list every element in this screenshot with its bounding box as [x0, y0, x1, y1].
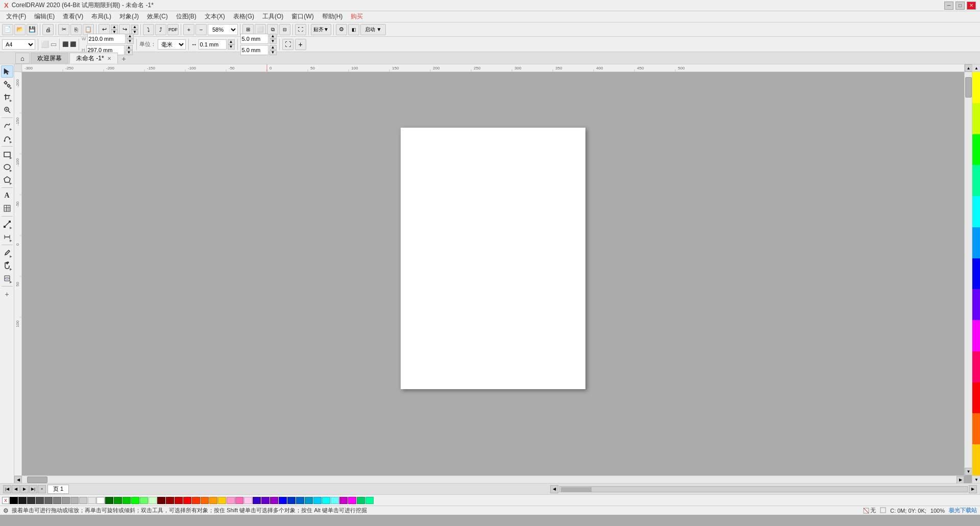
palette-color-gold[interactable] [972, 444, 980, 475]
swatch-magenta[interactable] [348, 497, 356, 504]
swatch-gray5[interactable] [79, 497, 87, 504]
canvas-area[interactable]: -300 -250 -200 -150 -100 -50 0 50 [14, 64, 972, 483]
page-hscroll[interactable] [559, 486, 968, 492]
nudge-up[interactable]: ▲ [228, 39, 235, 44]
node-tool[interactable]: ▶ [1, 78, 13, 90]
restore-button[interactable]: □ [955, 2, 965, 10]
palette-color-blue[interactable] [972, 258, 980, 290]
swatch-palerose[interactable] [244, 497, 252, 504]
nudge-down[interactable]: ▼ [228, 44, 235, 50]
palette-color-magenta[interactable] [972, 320, 980, 351]
home-tab[interactable]: ⌂ [15, 53, 30, 64]
swatch-gray3[interactable] [62, 497, 70, 504]
swatch-ltcyan[interactable] [331, 497, 339, 504]
vscroll-track[interactable] [965, 72, 972, 468]
ellipse-tool[interactable]: ▶ [1, 161, 13, 173]
palette-color-red[interactable] [972, 382, 980, 414]
swatch-gray1[interactable] [44, 497, 53, 504]
swatch-dark3[interactable] [36, 497, 44, 504]
options-button[interactable]: ⚙ [336, 24, 347, 35]
view-btn4[interactable]: ⊟ [279, 24, 290, 35]
menu-tools[interactable]: 工具(O) [258, 11, 287, 22]
fitpage-button[interactable]: ⛶ [282, 39, 293, 50]
palette-color-mint[interactable] [972, 165, 980, 196]
offset-x-up[interactable]: ▲ [270, 34, 277, 39]
tab-close-button[interactable]: ✕ [107, 56, 111, 61]
new-button[interactable]: 📄 [2, 24, 13, 35]
swatch-blue4[interactable] [305, 497, 313, 504]
page-next[interactable]: ▶ [20, 485, 29, 493]
menu-text[interactable]: 文本(X) [201, 11, 229, 22]
swatch-dkred[interactable] [157, 497, 165, 504]
menu-window[interactable]: 窗口(W) [287, 11, 317, 22]
undo-up[interactable]: ▲ [111, 25, 118, 30]
tab-document[interactable]: 未命名 -1* ✕ [69, 53, 118, 64]
swatch-ltgreen2[interactable] [140, 497, 148, 504]
palette-color-yellow[interactable] [972, 72, 980, 103]
unit-select[interactable]: 毫米 [158, 39, 186, 50]
swatch-ltgreen[interactable] [131, 497, 139, 504]
connector-tool[interactable]: ▶ [1, 218, 13, 230]
smart-draw-tool[interactable]: ▶ [1, 132, 13, 145]
page-add[interactable]: + [38, 485, 46, 493]
menu-help[interactable]: 帮助(H) [318, 11, 347, 22]
import-button[interactable]: ⤵ [143, 24, 154, 35]
palette-color-violet[interactable] [972, 289, 980, 320]
close-button[interactable]: ✕ [967, 2, 976, 10]
hscroll-thumb[interactable] [27, 476, 47, 483]
swatch-blue1[interactable] [279, 497, 287, 504]
offset-y-up[interactable]: ▲ [270, 45, 277, 50]
swatch-gold[interactable] [218, 497, 226, 504]
offset-x-down[interactable]: ▼ [270, 39, 277, 44]
no-fill-swatch[interactable]: X [2, 497, 9, 504]
swatch-amber[interactable] [209, 497, 217, 504]
settings-icon[interactable]: ⚙ [3, 507, 9, 514]
offset-x-input[interactable] [240, 34, 268, 44]
swatch-purple1[interactable] [253, 497, 261, 504]
copy-button[interactable]: ⎘ [70, 24, 82, 35]
freehand-tool[interactable]: ▶ [1, 119, 13, 132]
swatch-white[interactable] [96, 497, 105, 504]
rect-tool[interactable]: ▶ [1, 148, 13, 160]
swatch-green2[interactable] [122, 497, 131, 504]
tab-welcome[interactable]: 欢迎屏幕 [31, 53, 68, 64]
swatch-green1[interactable] [114, 497, 122, 504]
menu-buy[interactable]: 购买 [347, 11, 367, 22]
page-1-tab[interactable]: 页 1 [47, 485, 69, 494]
crop-tool[interactable]: ▶ [1, 91, 13, 103]
swatch-dkmagenta[interactable] [339, 497, 348, 504]
nudge-input[interactable] [199, 39, 227, 50]
swatch-red2[interactable] [175, 497, 183, 504]
swatch-dark2[interactable] [27, 497, 35, 504]
swatch-dark1[interactable] [18, 497, 27, 504]
palette-color-green[interactable] [972, 134, 980, 165]
zoom-tool[interactable] [1, 104, 13, 116]
minimize-button[interactable]: ─ [944, 2, 953, 10]
hscroll-left[interactable]: ◀ [14, 476, 22, 483]
width-input[interactable] [87, 34, 126, 44]
tab-add-button[interactable]: + [119, 54, 129, 64]
palette-color-cyan[interactable] [972, 196, 980, 227]
open-button[interactable]: 📂 [14, 24, 26, 35]
palette-color-orange[interactable] [972, 413, 980, 444]
swatch-pink1[interactable] [227, 497, 235, 504]
swatch-dkgreen[interactable] [105, 497, 113, 504]
swatch-black[interactable] [10, 497, 18, 504]
swatch-purple2[interactable] [261, 497, 270, 504]
table-tool[interactable] [1, 202, 13, 214]
menu-object[interactable]: 对象(J) [115, 11, 143, 22]
zoom-select[interactable]: 58% 100% 50% [208, 24, 238, 35]
swatch-red3[interactable] [183, 497, 191, 504]
pagebar-scroll-right[interactable]: ▶ [969, 485, 977, 493]
fill-tool[interactable]: ▶ [1, 259, 13, 272]
swatch-teal1[interactable] [357, 497, 365, 504]
eyedropper-tool[interactable]: ▶ [1, 247, 13, 259]
swatch-gray2[interactable] [53, 497, 61, 504]
page-first[interactable]: |◀ [3, 485, 11, 493]
swatch-orange[interactable] [201, 497, 209, 504]
interactive-fill-tool[interactable]: ▶ [1, 272, 13, 284]
page-hscroll-thumb[interactable] [561, 487, 592, 492]
swatch-cyan[interactable] [322, 497, 330, 504]
height-up[interactable]: ▲ [126, 45, 133, 50]
menu-view[interactable]: 查看(V) [59, 11, 87, 22]
